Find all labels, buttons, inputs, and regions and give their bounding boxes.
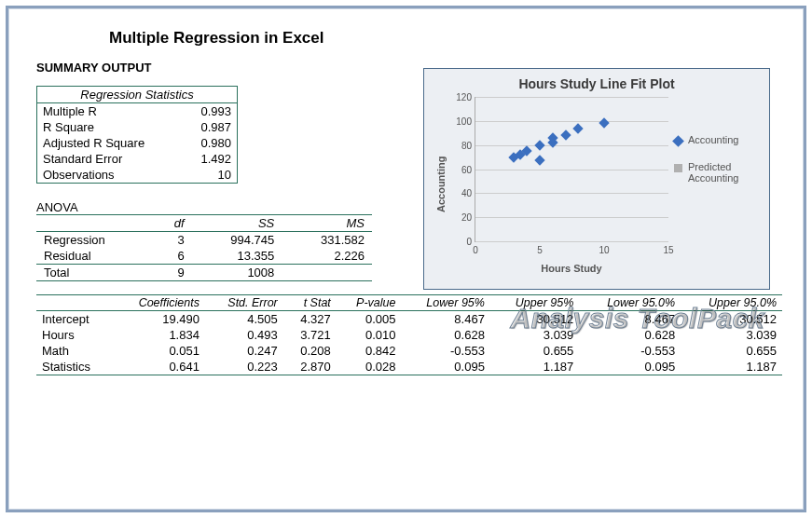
anova-row-label: Regression	[36, 232, 153, 249]
legend-marker-icon	[672, 135, 684, 147]
coef-header	[36, 295, 113, 311]
coef-cell: 0.223	[205, 359, 283, 375]
coef-cell: 8.467	[401, 311, 489, 328]
coef-cell: 0.842	[337, 343, 402, 359]
chart-xtick: 15	[663, 241, 673, 255]
coef-cell: 1.187	[490, 359, 579, 375]
reg-stat-value: 1.492	[183, 151, 237, 167]
chart-gridline	[475, 217, 668, 218]
anova-cell: 9	[153, 265, 191, 281]
anova-cell: 1008	[192, 265, 282, 281]
legend-marker-icon	[674, 164, 682, 172]
coef-cell: 1.187	[681, 359, 782, 375]
chart-ytick: 20	[461, 212, 475, 223]
reg-stat-label: R Square	[37, 119, 184, 135]
chart-point	[534, 140, 544, 150]
chart-body: Accounting 020406080100120051015 Hours S…	[434, 97, 760, 272]
coef-cell: 0.028	[337, 359, 402, 375]
chart-gridline	[475, 121, 668, 122]
coef-header: Std. Error	[205, 295, 283, 311]
coef-cell: 0.095	[401, 359, 489, 375]
coef-cell: 2.870	[283, 359, 337, 375]
coef-row-label: Intercept	[36, 311, 113, 328]
coef-cell: 0.095	[579, 359, 681, 375]
chart-ylabel: Accounting	[434, 97, 448, 272]
reg-stat-value: 0.980	[183, 135, 237, 151]
coef-cell: 0.628	[401, 327, 489, 343]
coef-cell: 0.005	[337, 311, 402, 328]
coef-cell: 4.505	[205, 311, 283, 328]
anova-cell: 6	[153, 248, 191, 265]
coef-header: P-value	[337, 295, 402, 311]
anova-header: SS	[192, 215, 282, 232]
chart-point	[599, 118, 609, 129]
legend-label: Accounting	[688, 134, 738, 146]
coef-cell: 0.493	[205, 327, 283, 343]
chart-gridline	[475, 241, 668, 242]
coef-row-label: Hours	[36, 327, 113, 343]
chart-plot-area: 020406080100120051015	[475, 97, 668, 242]
coef-cell: 1.834	[113, 327, 205, 343]
anova-cell: 3	[153, 232, 191, 249]
legend-item: Accounting	[674, 134, 760, 146]
anova-table: dfSSMS Regression3994.745331.582Residual…	[36, 214, 372, 281]
chart-xtick: 10	[599, 241, 609, 255]
reg-stat-label: Standard Error	[37, 151, 184, 167]
chart-ytick: 80	[461, 140, 475, 150]
reg-stat-label: Observations	[37, 167, 184, 184]
coef-cell: 3.721	[283, 327, 337, 343]
legend-label: Predicted Accounting	[688, 161, 760, 184]
chart-point	[534, 156, 544, 166]
regression-statistics-table: Regression Statistics Multiple R0.993R S…	[36, 86, 238, 184]
reg-stat-label: Multiple R	[37, 103, 184, 120]
chart-gridline	[475, 145, 668, 146]
reg-stat-value: 0.987	[183, 119, 237, 135]
chart-legend: AccountingPredicted Accounting	[674, 134, 760, 199]
reg-stat-value: 0.993	[183, 103, 237, 120]
chart-container: Hours Study Line Fit Plot Accounting 020…	[423, 68, 770, 290]
coef-cell: -0.553	[579, 343, 681, 359]
coef-header: t Stat	[283, 295, 337, 311]
chart-ytick: 40	[461, 188, 475, 198]
coef-cell: 0.655	[681, 343, 782, 359]
coef-header: Coefficients	[113, 295, 205, 311]
chart-gridline	[475, 97, 668, 98]
reg-stat-label: Adjusted R Square	[37, 135, 184, 151]
coef-cell: 19.490	[113, 311, 205, 328]
chart-xlabel: Hours Study	[475, 263, 668, 274]
page-title: Multiple Regression in Excel	[109, 29, 779, 48]
legend-item: Predicted Accounting	[674, 161, 760, 184]
anova-cell: 994.745	[192, 232, 282, 249]
chart-gridline	[475, 193, 668, 194]
chart-xtick: 5	[537, 241, 543, 255]
coef-cell: 0.641	[113, 359, 205, 375]
chart-main: 020406080100120051015 Hours Study Accoun…	[448, 97, 760, 272]
coef-cell: 0.010	[337, 327, 402, 343]
anova-cell	[282, 265, 372, 281]
coef-row-label: Statistics	[36, 359, 113, 375]
anova-row-label: Total	[36, 265, 153, 281]
coef-cell: 0.208	[283, 343, 337, 359]
coef-cell: 0.247	[205, 343, 283, 359]
coef-header: Lower 95%	[401, 295, 489, 311]
chart-title: Hours Study Line Fit Plot	[434, 76, 760, 91]
coef-row-label: Math	[36, 343, 113, 359]
anova-cell: 13.355	[192, 248, 282, 265]
coef-cell: 4.327	[283, 311, 337, 328]
anova-header: df	[153, 215, 191, 232]
anova-header: MS	[282, 215, 372, 232]
reg-stats-header: Regression Statistics	[37, 87, 238, 103]
chart-point	[573, 123, 584, 133]
coef-cell: 0.655	[490, 343, 579, 359]
chart-ytick: 120	[456, 92, 475, 102]
chart-gridline	[475, 170, 668, 170]
chart-point	[560, 130, 571, 141]
document-frame: Multiple Regression in Excel SUMMARY OUT…	[6, 6, 806, 512]
reg-stat-value: 10	[183, 167, 237, 184]
coef-cell: 0.051	[113, 343, 205, 359]
anova-header	[36, 215, 153, 232]
anova-row-label: Residual	[36, 248, 153, 265]
chart-xtick: 0	[473, 241, 478, 255]
chart-ytick: 60	[461, 164, 475, 174]
coef-cell: -0.553	[401, 343, 489, 359]
